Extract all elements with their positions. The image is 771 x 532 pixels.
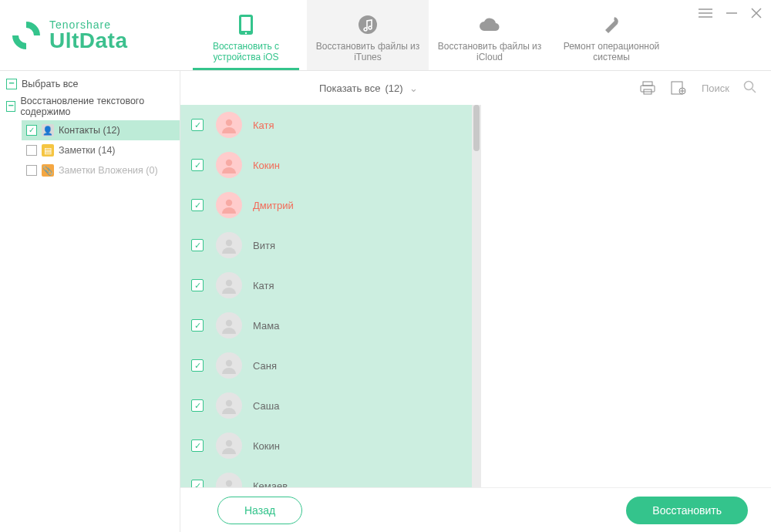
cloud-icon [478, 13, 501, 36]
menu-icon[interactable] [699, 8, 712, 19]
tab-label: Ремонт операционной системы [555, 41, 668, 64]
contact-row[interactable]: Дмитрий [180, 185, 472, 225]
attach-icon: 📎 [42, 164, 54, 177]
checkbox-icon[interactable] [26, 145, 37, 156]
contact-name: Кокин [253, 160, 280, 171]
contact-name: Витя [253, 240, 275, 251]
avatar [216, 112, 242, 138]
tab-recover-itunes[interactable]: Восстановить файлы из iTunes [307, 0, 429, 70]
app-header: Tenorshare UltData Восстановить с устрой… [0, 0, 771, 71]
sidebar: Выбрать все Восстановление текстового со… [0, 71, 180, 532]
contact-row[interactable]: Витя [180, 225, 472, 265]
contact-name: Мама [253, 320, 279, 332]
minimize-icon[interactable] [726, 8, 737, 19]
checkbox-icon[interactable] [191, 359, 204, 372]
mode-tabs: Восстановить с устройства iOS Восстанови… [185, 0, 699, 70]
svg-point-15 [745, 81, 753, 89]
contact-row[interactable]: Саша [180, 386, 472, 426]
sidebar-item-label: Заметки Вложения (0) [59, 165, 158, 176]
toolbar: Показать все (12) ⌄ Поиск [180, 71, 771, 105]
scrollbar[interactable] [472, 105, 481, 487]
chevron-down-icon: ⌄ [409, 82, 418, 94]
sidebar-select-all[interactable]: Выбрать все [0, 76, 180, 93]
svg-point-20 [226, 240, 232, 246]
avatar [216, 433, 242, 459]
sidebar-item[interactable]: 👤 Контакты (12) [22, 120, 180, 140]
svg-line-16 [752, 89, 756, 93]
contact-row[interactable]: Катя [180, 105, 472, 145]
contact-name: Дмитрий [253, 200, 294, 211]
tab-recover-ios[interactable]: Восстановить с устройства iOS [185, 0, 307, 70]
checkbox-mixed-icon[interactable] [6, 79, 17, 89]
search-field[interactable]: Поиск [702, 80, 757, 96]
checkbox-icon[interactable] [191, 159, 204, 171]
logo-icon [11, 20, 42, 51]
avatar [216, 152, 242, 178]
checkbox-icon[interactable] [191, 279, 204, 291]
checkbox-icon[interactable] [191, 439, 204, 452]
contact-row[interactable]: Мама [180, 305, 472, 345]
checkbox-icon[interactable] [26, 125, 37, 136]
contact-name: Кемаев [253, 480, 288, 488]
svg-point-25 [226, 440, 232, 446]
recover-button[interactable]: Восстановить [626, 497, 748, 524]
checkbox-icon[interactable] [191, 239, 204, 251]
brand-bottom: UltData [49, 30, 128, 52]
footer: Назад Восстановить [180, 487, 771, 532]
contact-row[interactable]: Кемаев [180, 466, 472, 487]
avatar [216, 352, 242, 379]
itunes-icon [358, 13, 378, 36]
checkbox-icon[interactable] [191, 319, 204, 332]
svg-rect-11 [641, 86, 655, 92]
logo: Tenorshare UltData [0, 0, 185, 70]
checkbox-icon[interactable] [191, 399, 204, 412]
svg-rect-1 [241, 17, 251, 31]
tab-repair-os[interactable]: Ремонт операционной системы [550, 0, 672, 70]
filter-label: Показать все [319, 82, 380, 94]
back-button[interactable]: Назад [217, 497, 302, 524]
svg-point-24 [226, 400, 232, 406]
avatar [216, 392, 242, 419]
svg-point-19 [226, 200, 232, 206]
svg-point-17 [226, 120, 232, 126]
search-placeholder: Поиск [702, 82, 729, 94]
contact-row[interactable]: Кокин [180, 145, 472, 185]
sidebar-group-text-content[interactable]: Восстановление текстового содержимо [0, 93, 180, 120]
wrench-icon [601, 13, 621, 36]
scroll-thumb[interactable] [473, 105, 480, 151]
tab-label: Восстановить файлы из iCloud [433, 41, 546, 64]
checkbox-icon[interactable] [191, 199, 204, 211]
sidebar-item[interactable]: 📎 Заметки Вложения (0) [22, 160, 180, 180]
avatar [216, 232, 242, 258]
svg-point-26 [226, 480, 232, 487]
search-icon [743, 80, 757, 96]
contact-row[interactable]: Катя [180, 265, 472, 305]
close-icon[interactable] [751, 8, 762, 19]
filter-count: (12) [385, 82, 402, 94]
contact-name: Катя [253, 280, 274, 291]
filter-dropdown[interactable]: Показать все (12) ⌄ [319, 82, 418, 94]
svg-point-3 [359, 15, 377, 34]
checkbox-mixed-icon[interactable] [6, 101, 15, 112]
contact-row[interactable]: Кокин [180, 426, 472, 466]
avatar [216, 192, 242, 218]
notes-icon: ▤ [42, 144, 54, 157]
svg-point-23 [226, 360, 232, 366]
contact-list-pane: Катя Кокин Дмитрий Витя Катя Мама Саня С… [180, 105, 481, 487]
export-settings-icon[interactable] [671, 81, 686, 95]
contact-name: Катя [253, 120, 274, 131]
avatar [216, 473, 242, 487]
checkbox-icon[interactable] [26, 165, 37, 176]
contact-name: Кокин [253, 440, 280, 452]
print-icon[interactable] [640, 81, 655, 95]
checkbox-icon[interactable] [191, 119, 204, 131]
svg-point-2 [245, 32, 247, 33]
svg-point-18 [226, 160, 232, 166]
tab-label: Восстановить с устройства iOS [190, 41, 302, 64]
tab-recover-icloud[interactable]: Восстановить файлы из iCloud [429, 0, 550, 70]
contact-row[interactable]: Саня [180, 345, 472, 386]
checkbox-icon[interactable] [191, 480, 204, 487]
avatar [216, 312, 242, 338]
sidebar-item[interactable]: ▤ Заметки (14) [22, 140, 180, 160]
contacts-icon: 👤 [42, 124, 54, 136]
